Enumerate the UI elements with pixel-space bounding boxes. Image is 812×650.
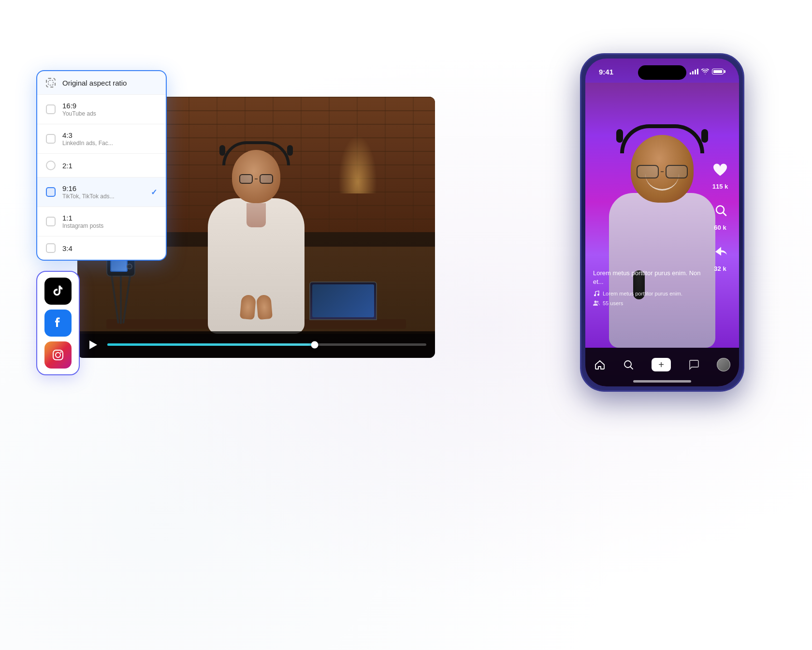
tiktok-users-text: 55 users <box>603 300 623 306</box>
laptop <box>309 281 377 320</box>
signal-icon <box>690 69 698 74</box>
tiktok-nav-home[interactable] <box>594 359 606 370</box>
svg-line-5 <box>723 213 726 216</box>
video-controls <box>77 331 435 358</box>
aspect-item-4-3[interactable]: 4:3 LinkedIn ads, Fac... <box>37 124 166 154</box>
inbox-nav-icon <box>688 359 700 370</box>
tiktok-icon[interactable] <box>44 278 72 305</box>
aspect-checkbox-9-16 <box>46 187 56 197</box>
dynamic-island <box>638 65 686 80</box>
tiktok-share-count: 32 k <box>714 265 726 272</box>
aspect-label-4-3: 4:3 LinkedIn ads, Fac... <box>62 131 157 147</box>
svg-point-2 <box>56 353 60 357</box>
svg-point-8 <box>594 301 597 303</box>
tiktok-comment-button[interactable]: 60 k <box>709 200 731 231</box>
aspect-label-9-16: 9:16 TikTok, TikTok ads... <box>62 184 144 200</box>
svg-point-6 <box>594 295 596 296</box>
facebook-icon[interactable] <box>44 310 72 337</box>
aspect-checkbox-4-3 <box>46 134 56 144</box>
aspect-item-2-1[interactable]: 2:1 <box>37 154 166 177</box>
tiktok-music-row: Lorem metus porttitor purus enim. <box>593 290 705 297</box>
aspect-checkbox-2-1 <box>46 161 56 170</box>
search-nav-icon <box>623 359 634 370</box>
tiktok-bottom-info: Lorem metus porttitor purus enim. Non et… <box>593 269 705 307</box>
svg-point-3 <box>60 352 62 353</box>
tiktok-action-buttons: 115 k 60 k <box>709 159 731 272</box>
tiktok-nav-add[interactable]: + <box>652 358 671 371</box>
play-button[interactable] <box>86 338 101 352</box>
tiktok-nav-search[interactable] <box>623 359 634 370</box>
svg-line-11 <box>631 367 633 369</box>
progress-bar[interactable] <box>107 343 426 346</box>
aspect-label-1-1: 1:1 Instagram posts <box>62 214 157 229</box>
progress-fill <box>107 343 315 346</box>
aspect-label-original: Original aspect ratio <box>62 79 157 87</box>
aspect-label-3-4: 3:4 <box>62 244 157 252</box>
progress-thumb[interactable] <box>311 341 319 348</box>
home-nav-icon <box>594 359 606 370</box>
tiktok-share-button[interactable]: 32 k <box>709 241 731 272</box>
phone-mockup: 9:41 <box>580 53 744 392</box>
aspect-checkbox-1-1 <box>46 217 56 226</box>
host-figure <box>208 198 304 334</box>
svg-point-9 <box>597 301 599 303</box>
camera-tripod <box>102 256 140 334</box>
wifi-icon <box>701 69 709 74</box>
tiktok-users-row: 55 users <box>593 300 705 307</box>
tiktok-comment-count: 60 k <box>714 224 726 231</box>
tiktok-caption: Lorem metus porttitor purus enim. Non et… <box>593 269 705 286</box>
lamp-glow <box>338 135 377 193</box>
music-icon <box>593 290 600 297</box>
users-icon <box>593 300 600 307</box>
aspect-checkbox-16-9 <box>46 104 56 114</box>
aspect-checkbox-3-4 <box>46 243 56 253</box>
phone-status-icons <box>690 69 725 74</box>
aspect-checkbox-original <box>46 78 56 88</box>
tiktok-nav-profile[interactable] <box>717 358 730 371</box>
phone-screen: 9:41 <box>585 59 739 386</box>
tiktok-music-text: Lorem metus porttitor purus enim. <box>603 291 682 296</box>
aspect-item-16-9[interactable]: 16:9 YouTube ads <box>37 95 166 124</box>
aspect-item-9-16[interactable]: 9:16 TikTok, TikTok ads... ✓ <box>37 177 166 207</box>
tiktok-nav-inbox[interactable] <box>688 359 700 370</box>
tiktok-like-count: 115 k <box>712 183 728 190</box>
aspect-ratio-panel: Original aspect ratio 16:9 YouTube ads 4… <box>36 70 167 261</box>
phone-time: 9:41 <box>599 68 613 76</box>
svg-rect-0 <box>48 80 53 85</box>
social-icons-panel <box>36 271 80 375</box>
battery-icon <box>712 69 725 74</box>
home-indicator <box>633 380 691 383</box>
instagram-icon[interactable] <box>44 341 72 369</box>
aspect-label-2-1: 2:1 <box>62 162 157 170</box>
aspect-item-original[interactable]: Original aspect ratio <box>37 71 166 95</box>
tiktok-like-button[interactable]: 115 k <box>709 159 731 190</box>
aspect-item-3-4[interactable]: 3:4 <box>37 236 166 260</box>
aspect-label-16-9: 16:9 YouTube ads <box>62 102 157 117</box>
tiktok-content: 115 k 60 k <box>585 83 739 348</box>
aspect-item-1-1[interactable]: 1:1 Instagram posts <box>37 207 166 236</box>
svg-point-7 <box>597 294 599 296</box>
aspect-selected-check: ✓ <box>151 188 157 197</box>
profile-avatar <box>717 358 730 371</box>
